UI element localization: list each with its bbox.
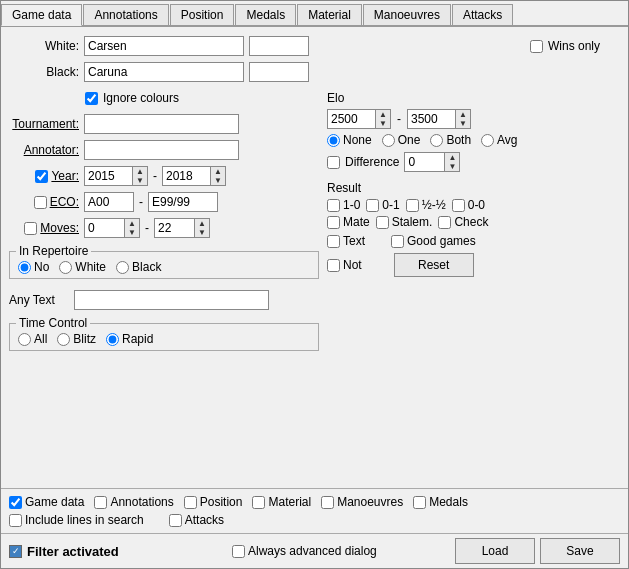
- not-checkbox[interactable]: [327, 259, 340, 272]
- bottom-material-checkbox[interactable]: [252, 496, 265, 509]
- always-advanced-checkbox[interactable]: [232, 545, 245, 558]
- result-section: Result 1-0 0-1 ½-½: [327, 181, 620, 277]
- eco-to-input[interactable]: [148, 192, 218, 212]
- tab-manoeuvres[interactable]: Manoeuvres: [363, 4, 451, 25]
- attacks-checkbox[interactable]: [169, 514, 182, 527]
- bottom-manoeuvres-checkbox[interactable]: [321, 496, 334, 509]
- black-extra-input[interactable]: [249, 62, 309, 82]
- difference-up[interactable]: ▲: [445, 153, 459, 162]
- elo-from-down[interactable]: ▼: [376, 119, 390, 128]
- elo-avg-radio[interactable]: [481, 134, 494, 147]
- moves-from-up[interactable]: ▲: [125, 219, 139, 228]
- text-checkbox[interactable]: [327, 235, 340, 248]
- black-input[interactable]: [84, 62, 244, 82]
- elo-both-radio[interactable]: [430, 134, 443, 147]
- bottom-game-data-checkbox[interactable]: [9, 496, 22, 509]
- year-from-up[interactable]: ▲: [133, 167, 147, 176]
- annotator-label: Annotator:: [9, 143, 79, 157]
- elo-dash: -: [395, 112, 403, 126]
- result-stalem-checkbox[interactable]: [376, 216, 389, 229]
- tabs-bar: Game data Annotations Position Medals Ma…: [1, 1, 628, 27]
- time-control-group: Time Control All Blitz Rapid: [9, 323, 319, 351]
- result-mate-checkbox[interactable]: [327, 216, 340, 229]
- elo-to-btns: ▲ ▼: [455, 109, 471, 129]
- elo-from-input[interactable]: [327, 109, 375, 129]
- elo-to-down[interactable]: ▼: [456, 119, 470, 128]
- bottom-position-label: Position: [200, 495, 243, 509]
- elo-none-radio[interactable]: [327, 134, 340, 147]
- tab-medals[interactable]: Medals: [235, 4, 296, 25]
- moves-checkbox[interactable]: [24, 222, 37, 235]
- elo-one-radio[interactable]: [382, 134, 395, 147]
- moves-from-down[interactable]: ▼: [125, 228, 139, 237]
- ignore-colours-checkbox[interactable]: [85, 92, 98, 105]
- reset-button[interactable]: Reset: [394, 253, 474, 277]
- year-from-input[interactable]: [84, 166, 132, 186]
- attacks-label: Attacks: [185, 513, 224, 527]
- repertoire-black-radio[interactable]: [116, 261, 129, 274]
- tab-annotations[interactable]: Annotations: [83, 4, 168, 25]
- result-draw-label: ½-½: [422, 198, 446, 212]
- repertoire-white-radio[interactable]: [59, 261, 72, 274]
- difference-down[interactable]: ▼: [445, 162, 459, 171]
- result-check-checkbox[interactable]: [438, 216, 451, 229]
- elo-range-row: ▲ ▼ - ▲ ▼: [327, 109, 620, 129]
- moves-label: Moves:: [40, 221, 79, 235]
- eco-from-input[interactable]: [84, 192, 134, 212]
- white-extra-input[interactable]: [249, 36, 309, 56]
- white-input[interactable]: [84, 36, 244, 56]
- result-0-1-checkbox[interactable]: [366, 199, 379, 212]
- elo-from-up[interactable]: ▲: [376, 110, 390, 119]
- result-0-0-checkbox[interactable]: [452, 199, 465, 212]
- result-mate-label: Mate: [343, 215, 370, 229]
- tournament-input[interactable]: [84, 114, 239, 134]
- moves-to-up[interactable]: ▲: [195, 219, 209, 228]
- year-to-input[interactable]: [162, 166, 210, 186]
- elo-to-up[interactable]: ▲: [456, 110, 470, 119]
- tab-material[interactable]: Material: [297, 4, 362, 25]
- white-row: White:: [9, 35, 319, 57]
- difference-checkbox[interactable]: [327, 156, 340, 169]
- tc-rapid-radio[interactable]: [106, 333, 119, 346]
- annotator-input[interactable]: [84, 140, 239, 160]
- elo-to-input[interactable]: [407, 109, 455, 129]
- tab-attacks[interactable]: Attacks: [452, 4, 513, 25]
- moves-to-input[interactable]: [154, 218, 194, 238]
- bottom-position-checkbox[interactable]: [184, 496, 197, 509]
- tab-position[interactable]: Position: [170, 4, 235, 25]
- any-text-input[interactable]: [74, 290, 269, 310]
- tab-game-data[interactable]: Game data: [1, 4, 82, 26]
- bottom-annotations-checkbox[interactable]: [94, 496, 107, 509]
- year-label: Year:: [51, 169, 79, 183]
- wins-only-checkbox[interactable]: [530, 40, 543, 53]
- tc-all-radio[interactable]: [18, 333, 31, 346]
- result-draw-checkbox[interactable]: [406, 199, 419, 212]
- good-games-checkbox[interactable]: [391, 235, 404, 248]
- moves-from-input[interactable]: [84, 218, 124, 238]
- year-checkbox[interactable]: [35, 170, 48, 183]
- any-text-label: Any Text: [9, 293, 69, 307]
- difference-input[interactable]: [404, 152, 444, 172]
- result-stalem-item: Stalem.: [376, 215, 433, 229]
- eco-checkbox[interactable]: [34, 196, 47, 209]
- elo-both-item: Both: [430, 133, 471, 147]
- bottom-row2: Include lines in search Attacks: [9, 513, 620, 527]
- filter-section: ✓ Filter activated: [9, 544, 227, 559]
- moves-to-down[interactable]: ▼: [195, 228, 209, 237]
- bottom-medals-checkbox[interactable]: [413, 496, 426, 509]
- year-from-down[interactable]: ▼: [133, 176, 147, 185]
- eco-range: -: [84, 192, 218, 212]
- load-button[interactable]: Load: [455, 538, 535, 564]
- elo-section: Elo ▲ ▼ - ▲: [327, 91, 620, 173]
- year-to-down[interactable]: ▼: [211, 176, 225, 185]
- difference-label: Difference: [345, 155, 399, 169]
- repertoire-no-radio[interactable]: [18, 261, 31, 274]
- repertoire-no-item: No: [18, 260, 49, 274]
- tc-blitz-radio[interactable]: [57, 333, 70, 346]
- save-button[interactable]: Save: [540, 538, 620, 564]
- always-advanced-item: Always advanced dialog: [232, 544, 450, 558]
- year-to-up[interactable]: ▲: [211, 167, 225, 176]
- moves-from-btns: ▲ ▼: [124, 218, 140, 238]
- result-1-0-checkbox[interactable]: [327, 199, 340, 212]
- include-lines-checkbox[interactable]: [9, 514, 22, 527]
